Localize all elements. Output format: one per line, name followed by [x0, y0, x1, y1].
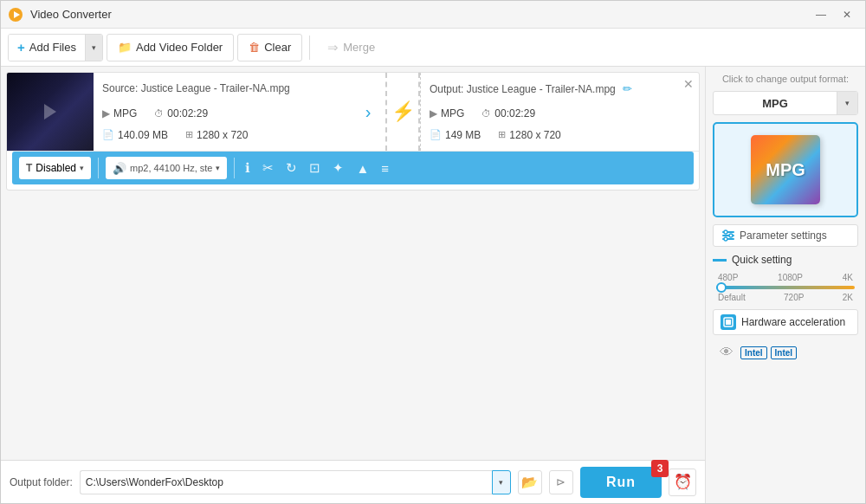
- param-settings-icon: [722, 229, 734, 242]
- output-meta-size: 📄 149 MB ⊞ 1280 x 720: [430, 129, 669, 141]
- controls-separator-1: [98, 158, 99, 178]
- output-format-hint: Click to change output format:: [713, 74, 858, 84]
- controls-bar: T Disabled ▾ 🔊 mp2, 44100 Hz, ste ▾ ℹ ✂ …: [12, 152, 694, 184]
- source-meta-format: ▶ MPG ⏱ 00:02:29: [102, 107, 342, 120]
- arrow-separator: ›: [351, 73, 385, 151]
- audio-track-dropdown[interactable]: 🔊 mp2, 44100 Hz, ste ▾: [106, 157, 227, 179]
- run-wrapper: Run 3: [580, 467, 662, 498]
- empty-drop-area: [1, 196, 705, 460]
- open-folder-button[interactable]: 📂: [518, 470, 542, 494]
- output-clock-icon: ⏱: [481, 108, 491, 119]
- output-duration-item: ⏱ 00:02:29: [481, 107, 535, 120]
- watermark-icon[interactable]: ▲: [352, 159, 372, 178]
- plus-icon: +: [17, 40, 25, 55]
- toolbar: + Add Files ▾ 📁 Add Video Folder 🗑 Clear…: [1, 29, 865, 67]
- folder-icon: 📁: [118, 41, 132, 54]
- add-video-folder-button[interactable]: 📁 Add Video Folder: [107, 34, 234, 61]
- title-bar-controls: — ✕: [810, 6, 858, 23]
- subtitle-dropdown[interactable]: T Disabled ▾: [19, 157, 91, 179]
- close-button[interactable]: ✕: [836, 6, 858, 23]
- source-size-item: 📄 140.09 MB: [102, 129, 168, 141]
- quality-label-default: Default: [718, 293, 746, 302]
- window-title: Video Converter: [30, 8, 112, 21]
- title-bar: Video Converter — ✕: [1, 1, 865, 29]
- output-size-item: 📄 149 MB: [430, 129, 481, 141]
- parameter-settings-button[interactable]: Parameter settings: [713, 224, 858, 247]
- format-name: MPG: [714, 97, 837, 110]
- edit-icon[interactable]: ✏: [623, 82, 632, 95]
- minimize-button[interactable]: —: [810, 6, 832, 23]
- quality-slider-thumb[interactable]: [716, 282, 727, 293]
- eye-icon: 👁: [720, 345, 734, 360]
- crop-icon[interactable]: ⊡: [306, 158, 324, 178]
- output-path-input[interactable]: [80, 470, 492, 494]
- left-panel: Source: Justice League - Trailer-NA.mpg …: [1, 67, 705, 503]
- file-row: Source: Justice League - Trailer-NA.mpg …: [7, 73, 699, 152]
- video-icon: ▶: [102, 107, 110, 120]
- format-arrow-icon[interactable]: ▾: [837, 92, 857, 114]
- rotate-icon[interactable]: ↻: [282, 158, 301, 178]
- right-panel: Click to change output format: MPG ▾ MPG: [705, 67, 865, 503]
- schedule-button[interactable]: ⏰: [669, 468, 696, 496]
- add-files-button[interactable]: + Add Files: [9, 35, 85, 61]
- svg-point-5: [724, 230, 727, 234]
- effect-icon[interactable]: ✦: [329, 158, 347, 178]
- cut-icon[interactable]: ✂: [259, 158, 277, 178]
- quality-labels-top: 480P 1080P 4K: [716, 273, 855, 282]
- format-selector[interactable]: MPG ▾: [713, 91, 858, 115]
- output-file-icon: 📄: [430, 129, 442, 140]
- quick-setting-label: Quick setting: [713, 254, 858, 266]
- add-video-folder-label: Add Video Folder: [136, 41, 223, 54]
- quality-label-2k: 2K: [843, 293, 853, 302]
- source-meta-size: 📄 140.09 MB ⊞ 1280 x 720: [102, 129, 342, 141]
- subtitle-edit-icon[interactable]: ≡: [378, 159, 392, 178]
- file-thumbnail: [7, 73, 94, 151]
- flash-icon: ⚡: [385, 73, 420, 151]
- mpg-label: MPG: [766, 160, 805, 180]
- merge-button[interactable]: ⇒ Merge: [317, 34, 385, 61]
- output-input-wrapper: ▾: [80, 470, 511, 494]
- output-info: Output: Justice League - Trailer-NA.mpg …: [420, 73, 678, 151]
- run-button[interactable]: Run: [580, 467, 662, 498]
- quality-label-4k: 4K: [843, 273, 853, 282]
- main-content: Source: Justice League - Trailer-NA.mpg …: [1, 67, 865, 503]
- output-resolution: 1280 x 720: [509, 129, 560, 141]
- output-meta-format: ▶ MPG ⏱ 00:02:29: [430, 107, 669, 120]
- close-file-button[interactable]: ✕: [683, 78, 694, 90]
- info-icon[interactable]: ℹ: [242, 158, 254, 178]
- mpg-image: MPG: [746, 131, 824, 209]
- output-format: MPG: [441, 107, 464, 120]
- hardware-acceleration-button[interactable]: Hardware acceleration: [713, 309, 858, 335]
- format-preview: MPG: [713, 122, 858, 217]
- output-format-item: ▶ MPG: [430, 107, 464, 120]
- mpg-image-inner: MPG: [751, 135, 820, 204]
- svg-point-6: [729, 234, 733, 237]
- svg-point-7: [724, 237, 727, 241]
- subtitle-icon: T: [26, 162, 32, 174]
- file-icon: 📄: [102, 129, 114, 140]
- preview-output-button[interactable]: ⊳: [549, 470, 573, 494]
- audio-arrow-icon: ▾: [216, 164, 220, 172]
- clear-button[interactable]: 🗑 Clear: [237, 34, 302, 61]
- quality-slider-track[interactable]: [716, 286, 855, 289]
- source-format-item: ▶ MPG: [102, 107, 137, 120]
- output-path-dropdown-button[interactable]: ▾: [492, 470, 511, 494]
- merge-icon: ⇒: [327, 40, 339, 55]
- file-list-area: Source: Justice League - Trailer-NA.mpg …: [6, 72, 700, 191]
- clear-icon: 🗑: [249, 41, 260, 54]
- source-resolution-item: ⊞ 1280 x 720: [185, 129, 248, 141]
- source-format: MPG: [113, 107, 137, 120]
- source-info: Source: Justice League - Trailer-NA.mpg …: [94, 73, 351, 151]
- title-bar-left: Video Converter: [8, 7, 112, 23]
- output-duration: 00:02:29: [494, 107, 535, 120]
- source-resolution: 1280 x 720: [197, 129, 248, 141]
- add-files-arrow[interactable]: ▾: [85, 35, 102, 61]
- app-icon: [8, 7, 23, 23]
- close-btn-area: ✕: [678, 73, 699, 151]
- hardware-acceleration-label: Hardware acceleration: [741, 316, 845, 328]
- svg-rect-9: [726, 320, 731, 325]
- merge-label: Merge: [343, 41, 375, 54]
- quality-label-1080p: 1080P: [778, 273, 803, 282]
- output-size: 149 MB: [445, 129, 481, 141]
- controls-separator-2: [234, 158, 235, 178]
